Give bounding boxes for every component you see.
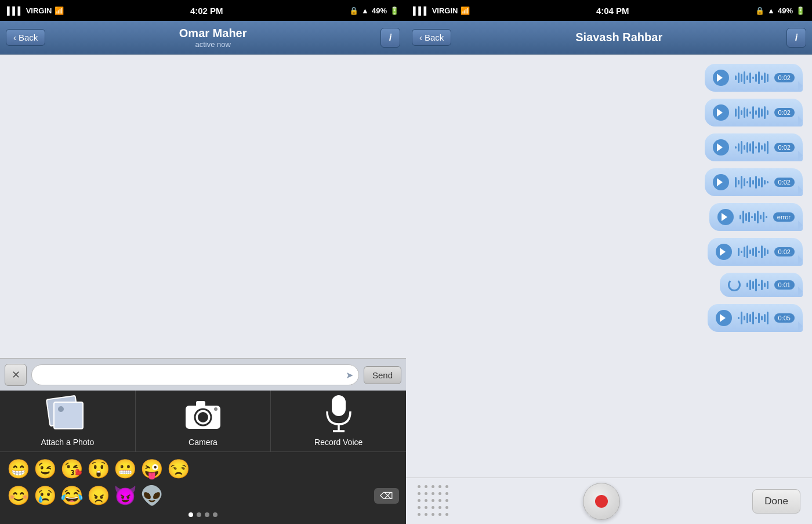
- left-carrier-name: VIRGIN: [26, 6, 52, 15]
- wave-bar: [767, 312, 768, 324]
- wave-bar: [738, 106, 740, 119]
- wave-bar: [738, 73, 740, 83]
- attach-photo-item[interactable]: Attach a Photo: [0, 391, 136, 451]
- emoji-unamused[interactable]: 😒: [167, 458, 190, 480]
- wave-bar: [741, 312, 742, 324]
- left-contact-status: active now: [45, 40, 380, 49]
- left-lock-icon: 🔒: [349, 6, 358, 15]
- wave-bar: [764, 73, 766, 83]
- emoji-surprised[interactable]: 😲: [87, 458, 110, 480]
- grid-dot: [432, 492, 434, 495]
- send-button[interactable]: Send: [364, 366, 401, 384]
- wave-bar: [767, 74, 768, 82]
- right-carrier-group: ▌▌▌ VIRGIN 📶: [413, 6, 470, 15]
- wave-bar: [749, 177, 751, 187]
- wave-bar: [761, 109, 763, 117]
- wave-bar: [754, 213, 756, 221]
- wave-bar: [758, 178, 760, 186]
- wave-bar: [744, 247, 745, 257]
- right-nav-bar: ‹ Back Siavash Rahbar i: [406, 21, 812, 55]
- wave-bar: [767, 281, 768, 289]
- right-wifi-icon: 📶: [461, 6, 470, 15]
- grid-dot: [432, 513, 434, 516]
- play-button-4[interactable]: [713, 174, 729, 190]
- wave-bar: [740, 215, 741, 219]
- wave-bar: [744, 71, 745, 84]
- play-button-5[interactable]: [717, 209, 734, 225]
- wave-bar: [755, 110, 757, 115]
- svg-rect-3: [196, 401, 205, 407]
- record-voice-icon-area: [318, 395, 359, 433]
- right-contact-name: Siavash Rahbar: [451, 31, 786, 44]
- emoji-laugh-cry[interactable]: 😂: [60, 485, 84, 507]
- wave-bar: [764, 314, 766, 322]
- left-status-bar: ▌▌▌ VIRGIN 📶 4:02 PM 🔒 ▲ 49% 🔋: [0, 6, 406, 16]
- waveform-3: [735, 141, 768, 154]
- time-badge-3: 0:02: [774, 143, 795, 152]
- left-message-area: [0, 55, 406, 359]
- wave-bar: [758, 107, 760, 118]
- message-input[interactable]: [31, 364, 359, 385]
- right-nav-title: Siavash Rahbar: [451, 31, 786, 44]
- grid-dot: [418, 499, 420, 502]
- camera-icon: [183, 397, 223, 431]
- left-battery-group: 🔒 ▲ 49% 🔋: [349, 6, 399, 15]
- play-button-1[interactable]: [713, 70, 729, 86]
- grid-dot: [418, 513, 420, 516]
- wave-bar: [738, 180, 740, 185]
- record-button[interactable]: [583, 483, 620, 520]
- emoji-cry[interactable]: 😢: [34, 485, 57, 507]
- emoji-page-dots: [7, 509, 399, 521]
- emoji-backspace-button[interactable]: ⌫: [374, 488, 399, 504]
- recording-bar: Done: [406, 478, 812, 524]
- wave-bar: [760, 215, 762, 219]
- loading-spinner-7: [728, 279, 741, 291]
- wave-bar: [764, 283, 766, 287]
- wave-bar: [766, 216, 767, 218]
- done-button[interactable]: Done: [752, 489, 800, 514]
- wave-bar: [749, 280, 751, 290]
- wave-bar: [735, 109, 737, 117]
- emoji-grin[interactable]: 😁: [7, 458, 30, 480]
- right-back-button[interactable]: ‹ Back: [412, 29, 451, 46]
- emoji-alien[interactable]: 👽: [140, 485, 164, 507]
- grid-dot: [425, 499, 427, 502]
- left-info-icon: i: [389, 32, 392, 43]
- voice-message-8: 0:05: [708, 304, 803, 332]
- right-info-button[interactable]: i: [786, 28, 806, 48]
- emoji-smile[interactable]: 😊: [7, 485, 30, 507]
- emoji-wink[interactable]: 😉: [34, 458, 57, 480]
- wave-bar: [761, 280, 763, 290]
- time-badge-1: 0:02: [774, 73, 795, 82]
- left-carrier-group: ▌▌▌ VIRGIN 📶: [7, 6, 64, 15]
- camera-item[interactable]: Camera: [136, 391, 271, 451]
- wave-bar: [744, 316, 745, 320]
- wave-bar: [764, 143, 766, 151]
- left-back-button[interactable]: ‹ Back: [6, 29, 45, 46]
- wave-bar: [735, 146, 737, 149]
- left-info-button[interactable]: i: [380, 28, 400, 48]
- grid-dot: [418, 485, 420, 488]
- grid-dot: [445, 492, 448, 495]
- play-button-3[interactable]: [713, 139, 729, 156]
- grid-dots-icon: [418, 485, 450, 518]
- record-voice-item[interactable]: Record Voice: [271, 391, 406, 451]
- play-button-8[interactable]: [716, 310, 732, 326]
- emoji-grimace[interactable]: 😬: [114, 458, 137, 480]
- dot-2: [197, 512, 201, 517]
- play-button-2[interactable]: [713, 104, 729, 121]
- emoji-kiss[interactable]: 😘: [60, 458, 84, 480]
- wave-bar: [748, 212, 750, 222]
- close-button[interactable]: ✕: [5, 364, 27, 386]
- play-button-6[interactable]: [716, 244, 732, 260]
- wave-bar: [761, 177, 763, 187]
- emoji-tongue[interactable]: 😜: [140, 458, 164, 480]
- wave-bar: [764, 180, 766, 185]
- wave-bar: [741, 141, 742, 154]
- status-bar: ▌▌▌ VIRGIN 📶 4:02 PM 🔒 ▲ 49% 🔋 ▌▌▌ VIRGI…: [0, 0, 812, 21]
- grid-dot: [445, 499, 448, 502]
- attachment-panel: Attach a Photo Camera: [0, 391, 406, 524]
- emoji-devil[interactable]: 😈: [114, 485, 137, 507]
- emoji-angry[interactable]: 😠: [87, 485, 110, 507]
- wave-bar: [741, 110, 742, 115]
